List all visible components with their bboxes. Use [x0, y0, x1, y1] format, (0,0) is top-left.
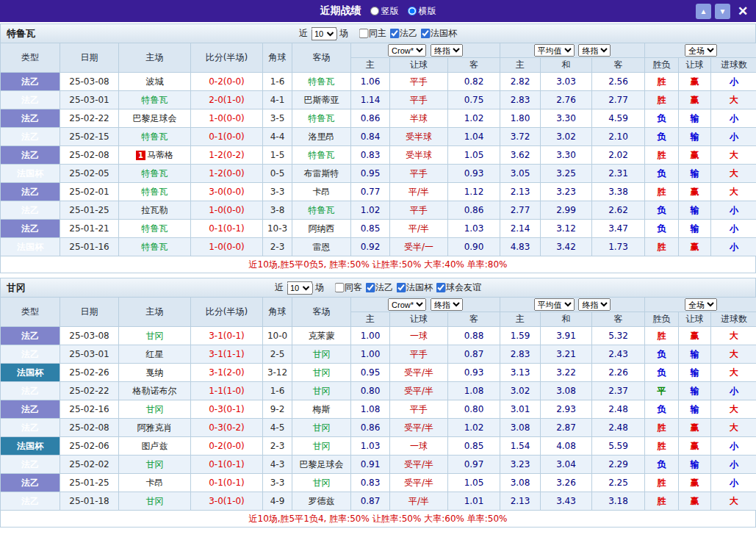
filter-checkbox[interactable]: 球会友谊 — [433, 281, 481, 294]
filter-checkbox-label: 法国杯 — [431, 27, 457, 40]
home-odds: 0.85 — [351, 220, 390, 238]
filter-checkbox[interactable]: 同主 — [356, 27, 386, 40]
scroll-up-button[interactable]: ▲ — [696, 4, 711, 19]
match-date: 25-01-25 — [60, 474, 119, 492]
team-name: 特鲁瓦 — [1, 27, 35, 40]
odds-stage-select[interactable]: 终指 — [431, 44, 463, 57]
filter-checkbox-input[interactable] — [436, 283, 445, 292]
subcol-handicap: 让球 — [390, 58, 448, 73]
home-odds: 0.80 — [351, 382, 390, 400]
match-date: 25-01-18 — [60, 492, 119, 511]
layout-radio-input[interactable] — [408, 7, 417, 15]
filter-checkbox-input[interactable] — [396, 283, 406, 292]
away-odds: 1.12 — [448, 183, 500, 201]
home-team: 戛纳 — [119, 364, 191, 382]
corners: 2-3 — [263, 238, 292, 256]
bookmaker-select[interactable]: Crow* — [388, 298, 426, 311]
match-result: 胜 — [645, 437, 679, 456]
avg-home-odds: 3.08 — [500, 474, 541, 492]
match-result: 胜 — [645, 146, 679, 165]
corners: 1-5 — [263, 146, 292, 165]
subcol-handicap-result: 让球 — [679, 58, 711, 73]
away-odds: 1.08 — [448, 382, 500, 400]
handicap-result: 赢 — [679, 327, 711, 345]
col-home: 主场 — [119, 298, 191, 327]
avg-stage-select[interactable]: 终指 — [578, 298, 611, 311]
home-odds: 1.02 — [351, 201, 390, 220]
corners: 1-6 — [263, 73, 292, 91]
avg-draw-odds: 2.76 — [541, 91, 592, 109]
layout-option-vertical[interactable]: 竖版 — [370, 5, 399, 18]
avg-draw-odds: 3.42 — [541, 238, 592, 256]
red-card-badge: 1 — [136, 151, 145, 160]
scroll-down-button[interactable]: ▼ — [715, 4, 730, 19]
match-result: 胜 — [645, 73, 679, 91]
subcol-result: 胜负 — [645, 312, 679, 327]
handicap: 受半球 — [390, 128, 448, 146]
average-select[interactable]: 平均值 — [534, 298, 575, 311]
avg-away-odds: 2.43 — [592, 345, 645, 364]
avg-home-odds: 3.13 — [500, 364, 541, 382]
team-bar: 特鲁瓦 近 10 场 同主法乙法国杯 — [0, 24, 756, 43]
subcol-away-odds: 客 — [448, 312, 500, 327]
match-date: 25-01-21 — [60, 220, 119, 238]
away-team: 甘冈 — [292, 419, 351, 437]
filter-checkbox[interactable]: 法国杯 — [417, 27, 457, 40]
filter-checkbox-input[interactable] — [334, 283, 344, 292]
col-corner: 角球 — [263, 43, 292, 73]
score: 1-2(0-2) — [191, 146, 263, 165]
handicap-result: 赢 — [679, 91, 711, 109]
home-team: 特鲁瓦 — [119, 165, 191, 183]
match-date: 25-03-08 — [60, 327, 119, 345]
handicap-result: 赢 — [679, 437, 711, 456]
avg-home-odds: 4.83 — [500, 238, 541, 256]
handicap-result: 输 — [679, 345, 711, 364]
subcol-avg-home: 主 — [500, 312, 541, 327]
subcol-handicap-result: 让球 — [679, 312, 711, 327]
match-count-select[interactable]: 10 — [287, 281, 312, 295]
match-result: 胜 — [645, 474, 679, 492]
layout-option-horizontal[interactable]: 横版 — [408, 5, 436, 18]
filter-checkbox[interactable]: 同客 — [331, 281, 362, 294]
handicap: 平手 — [390, 165, 448, 183]
scope-select[interactable]: 全场 — [685, 44, 717, 57]
filter-checkbox-input[interactable] — [365, 283, 375, 292]
score: 0-1(0-1) — [191, 220, 263, 238]
away-odds: 0.86 — [448, 201, 500, 220]
home-odds: 0.87 — [351, 492, 390, 511]
avg-away-odds: 4.59 — [592, 109, 645, 128]
match-date: 25-02-26 — [60, 364, 119, 382]
odds-stage-select[interactable]: 终指 — [431, 298, 463, 311]
filter-checkbox-input[interactable] — [359, 29, 368, 38]
avg-away-odds: 2.29 — [592, 456, 645, 474]
close-button[interactable]: ✕ — [734, 3, 752, 19]
avg-stage-select[interactable]: 终指 — [578, 44, 611, 57]
layout-radio-input[interactable] — [370, 7, 379, 15]
goals-result: 大 — [711, 419, 756, 437]
away-odds: 0.88 — [448, 327, 500, 345]
corners: 2-3 — [263, 437, 292, 456]
competition-type: 法乙 — [1, 419, 60, 437]
handicap-result: 赢 — [679, 73, 711, 91]
average-select[interactable]: 平均值 — [534, 44, 575, 57]
avg-home-odds: 3.23 — [500, 456, 541, 474]
score: 3-0(1-0) — [191, 492, 263, 511]
home-team: 巴黎足球会 — [119, 109, 191, 128]
filter-checkbox[interactable]: 法乙 — [362, 281, 393, 294]
corners: 0-5 — [263, 165, 292, 183]
avg-draw-odds: 3.04 — [541, 456, 592, 474]
match-row: 法乙25-02-02甘冈0-1(0-1)4-3巴黎足球会0.91受平/半0.97… — [1, 456, 756, 474]
avg-draw-odds: 3.30 — [541, 109, 592, 128]
home-team: 阿雅克肖 — [119, 419, 191, 437]
filter-checkbox-input[interactable] — [420, 29, 430, 38]
filter-checkbox[interactable]: 法国杯 — [393, 281, 433, 294]
team-name: 甘冈 — [1, 281, 26, 295]
scope-select[interactable]: 全场 — [685, 298, 717, 311]
handicap-result: 输 — [679, 165, 711, 183]
filter-checkbox[interactable]: 法乙 — [386, 27, 417, 40]
away-odds: 0.93 — [448, 364, 500, 382]
filter-checkbox-input[interactable] — [389, 29, 399, 38]
away-odds: 1.05 — [448, 146, 500, 165]
bookmaker-select[interactable]: Crow* — [388, 44, 426, 57]
match-count-select[interactable]: 10 — [311, 27, 336, 40]
